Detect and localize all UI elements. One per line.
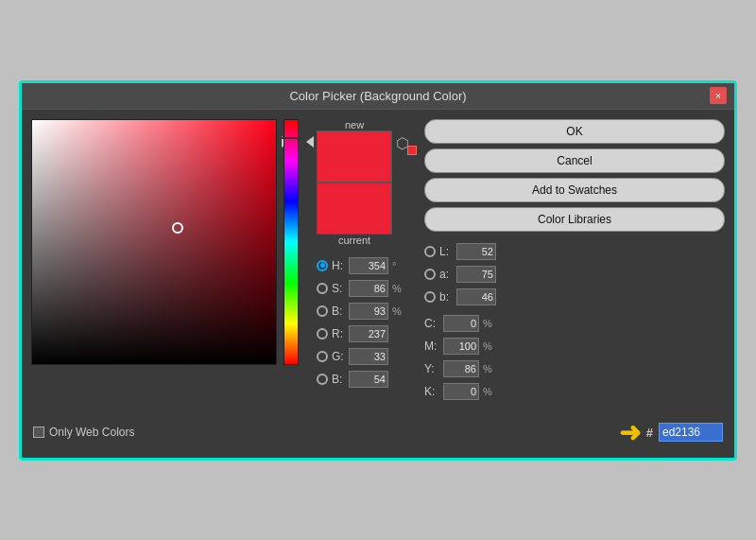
cancel-button[interactable]: Cancel <box>424 148 725 173</box>
s-row: S: % <box>317 278 415 299</box>
b-label: B: <box>332 305 345 318</box>
blue-input[interactable] <box>349 371 388 388</box>
s-label: S: <box>332 282 345 295</box>
lab-b-radio[interactable] <box>424 291 436 303</box>
dialog-body: new current ⬡ <box>22 110 734 411</box>
m-label: M: <box>424 340 439 353</box>
color-values-left: H: ° S: % B: % <box>317 255 415 390</box>
hue-slider-container <box>286 119 307 365</box>
h-unit: ° <box>392 260 404 271</box>
lab-b-label: b: <box>439 290 453 304</box>
g-row: G: <box>317 346 415 367</box>
color-box-current[interactable] <box>317 183 392 235</box>
s-unit: % <box>392 283 404 294</box>
ok-button[interactable]: OK <box>424 119 725 144</box>
c-row: C: % <box>424 313 725 334</box>
g-radio[interactable] <box>317 351 328 362</box>
blue-row: B: <box>317 369 415 390</box>
h-radio[interactable] <box>317 260 328 271</box>
web-colors-checkbox[interactable] <box>33 427 44 438</box>
title-bar: Color Picker (Background Color) × <box>22 83 734 110</box>
current-label: current <box>338 235 370 246</box>
lab-values: L: a: b: <box>424 241 725 307</box>
hue-bar[interactable] <box>284 119 299 365</box>
s-input[interactable] <box>349 280 388 297</box>
g-input[interactable] <box>349 348 388 365</box>
gradient-bg <box>32 120 276 364</box>
hue-indicator <box>282 137 301 140</box>
c-input[interactable] <box>443 315 479 332</box>
add-to-swatches-button[interactable]: Add to Swatches <box>424 178 725 202</box>
lab-b-row: b: <box>424 287 725 307</box>
hex-section: ➜ # <box>619 417 723 448</box>
h-input[interactable] <box>349 257 388 274</box>
blue-label: B: <box>332 373 345 386</box>
l-label: L: <box>439 245 453 258</box>
a-row: a: <box>424 264 725 285</box>
y-row: Y: % <box>424 358 725 379</box>
l-row: L: <box>424 241 725 262</box>
k-label: K: <box>424 385 439 398</box>
r-radio[interactable] <box>317 328 328 340</box>
cube-icon-wrapper: ⬡ <box>396 134 415 153</box>
color-picker-dialog: Color Picker (Background Color) × <box>19 80 737 461</box>
hex-input[interactable] <box>659 423 723 442</box>
close-button[interactable]: × <box>710 87 727 104</box>
y-unit: % <box>483 363 494 375</box>
k-unit: % <box>483 386 494 397</box>
color-preview-section: new current ⬡ <box>317 119 415 246</box>
l-input[interactable] <box>456 243 496 260</box>
b-unit: % <box>392 305 404 317</box>
lab-b-input[interactable] <box>456 288 496 305</box>
a-label: a: <box>439 268 453 281</box>
hash-symbol: # <box>646 426 653 440</box>
k-row: K: % <box>424 381 725 402</box>
yellow-arrow-icon: ➜ <box>619 417 641 448</box>
color-gradient-picker[interactable] <box>31 119 277 365</box>
s-radio[interactable] <box>317 283 328 294</box>
right-panel: OK Cancel Add to Swatches Color Librarie… <box>424 119 725 402</box>
dialog-title: Color Picker (Background Color) <box>289 89 466 103</box>
new-label: new <box>345 119 364 131</box>
m-input[interactable] <box>443 338 479 355</box>
blue-radio[interactable] <box>317 374 328 385</box>
small-red-square <box>407 146 417 155</box>
g-label: G: <box>332 350 345 363</box>
r-input[interactable] <box>349 325 388 342</box>
a-input[interactable] <box>456 266 496 283</box>
a-radio[interactable] <box>424 269 436 280</box>
h-label: H: <box>332 259 345 272</box>
l-radio[interactable] <box>424 246 436 257</box>
r-row: R: <box>317 323 415 344</box>
web-colors-label: Only Web Colors <box>49 426 134 439</box>
m-row: M: % <box>424 336 725 357</box>
b-input[interactable] <box>349 303 388 320</box>
bottom-row: Only Web Colors ➜ # <box>22 411 734 458</box>
y-label: Y: <box>424 362 439 375</box>
b-row: B: % <box>317 301 415 322</box>
hue-arrow-right <box>306 136 314 148</box>
color-box-new[interactable] <box>317 131 392 183</box>
r-label: R: <box>332 327 345 340</box>
k-input[interactable] <box>443 383 479 400</box>
center-column: new current ⬡ <box>317 119 415 402</box>
y-input[interactable] <box>443 360 479 377</box>
b-radio[interactable] <box>317 305 328 317</box>
web-colors-section: Only Web Colors <box>33 426 134 439</box>
c-label: C: <box>424 317 439 330</box>
cmyk-values: C: % M: % Y: % K: % <box>424 313 725 402</box>
c-unit: % <box>483 318 494 329</box>
top-buttons: OK Cancel Add to Swatches Color Librarie… <box>424 119 725 232</box>
h-row: H: ° <box>317 255 415 276</box>
m-unit: % <box>483 340 494 352</box>
color-libraries-button[interactable]: Color Libraries <box>424 207 725 232</box>
